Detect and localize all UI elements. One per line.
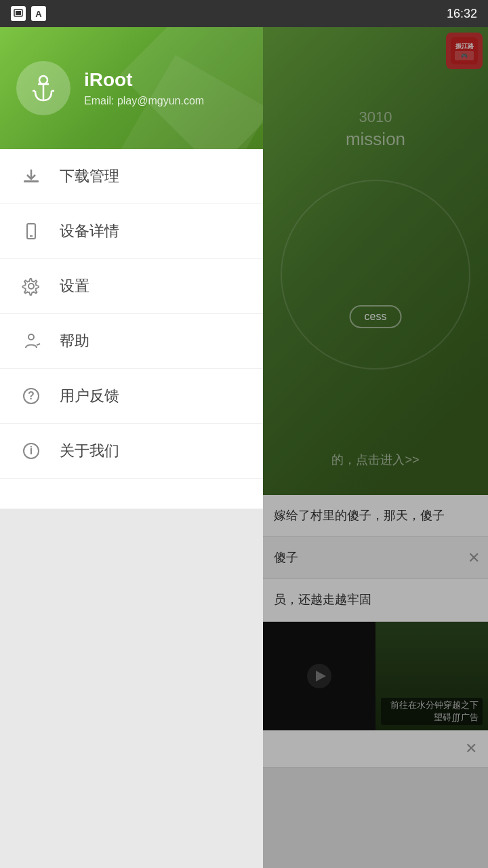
menu-item-download[interactable]: 下载管理 xyxy=(0,149,263,204)
menu-item-device[interactable]: 设备详情 xyxy=(0,204,263,259)
help-icon xyxy=(19,329,43,353)
menu-label-about: 关于我们 xyxy=(60,441,119,461)
device-icon xyxy=(19,219,43,243)
drawer-overlay[interactable] xyxy=(263,27,488,868)
svg-point-14 xyxy=(39,76,47,84)
feedback-icon: ? xyxy=(19,384,43,408)
avatar xyxy=(16,61,70,115)
settings-icon xyxy=(19,274,43,298)
svg-text:i: i xyxy=(30,445,33,456)
menu-item-settings[interactable]: 设置 xyxy=(0,259,263,314)
status-icon-2: A xyxy=(31,6,46,21)
menu-label-feedback: 用户反馈 xyxy=(60,386,119,406)
menu-item-about[interactable]: i 关于我们 xyxy=(0,424,263,479)
menu-label-device: 设备详情 xyxy=(60,221,119,241)
menu-label-settings: 设置 xyxy=(60,276,89,296)
svg-line-25 xyxy=(37,344,40,345)
status-bar-left: A xyxy=(11,6,46,21)
svg-point-23 xyxy=(28,283,34,289)
menu-item-feedback[interactable]: ? 用户反馈 xyxy=(0,369,263,424)
navigation-drawer: iRoot Email: play@mgyun.com 下载管理 xyxy=(0,27,263,868)
drawer-footer xyxy=(0,509,263,868)
app-name: iRoot xyxy=(84,69,204,91)
about-icon: i xyxy=(19,439,43,463)
drawer-user-info: iRoot Email: play@mgyun.com xyxy=(84,69,204,107)
download-icon xyxy=(19,164,43,189)
svg-rect-1 xyxy=(16,11,21,15)
anchor-icon xyxy=(26,71,61,106)
status-bar: A 16:32 xyxy=(0,0,488,27)
status-time: 16:32 xyxy=(447,7,477,21)
menu-label-download: 下载管理 xyxy=(60,166,119,186)
drawer-menu: 下载管理 设备详情 设置 xyxy=(0,149,263,509)
drawer-header: iRoot Email: play@mgyun.com xyxy=(0,27,263,149)
svg-point-24 xyxy=(28,334,34,340)
status-icon-1 xyxy=(11,6,26,21)
app-email: Email: play@mgyun.com xyxy=(84,95,204,107)
svg-text:?: ? xyxy=(28,390,35,401)
menu-label-help: 帮助 xyxy=(60,331,89,351)
menu-item-help[interactable]: 帮助 xyxy=(0,314,263,369)
svg-rect-19 xyxy=(24,180,39,182)
